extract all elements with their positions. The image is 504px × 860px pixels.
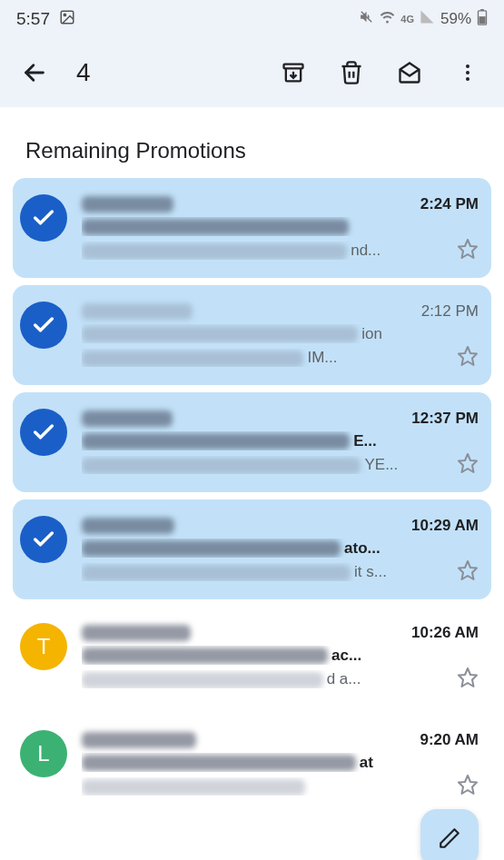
email-time: 10:29 AM xyxy=(411,517,479,535)
email-subject: E... xyxy=(82,431,479,450)
svg-marker-11 xyxy=(459,347,477,365)
star-icon[interactable] xyxy=(457,667,479,692)
email-item[interactable]: T10:26 AMac...d a... xyxy=(13,607,491,707)
svg-rect-6 xyxy=(284,64,303,69)
svg-marker-15 xyxy=(459,776,477,794)
picture-icon xyxy=(59,9,75,30)
battery-icon xyxy=(477,9,488,30)
signal-icon xyxy=(420,9,435,29)
email-time: 2:12 PM xyxy=(421,302,479,321)
selected-check-avatar[interactable] xyxy=(20,194,67,242)
email-time: 9:20 AM xyxy=(420,731,479,749)
star-icon[interactable] xyxy=(457,559,479,585)
svg-marker-14 xyxy=(459,668,477,687)
archive-button[interactable] xyxy=(268,47,319,98)
svg-rect-4 xyxy=(479,16,485,24)
email-time: 2:24 PM xyxy=(420,195,479,213)
back-button[interactable] xyxy=(16,54,53,91)
email-item[interactable]: 12:37 PME...YE... xyxy=(13,392,491,492)
network-label: 4G xyxy=(400,14,414,25)
email-item[interactable]: L9:20 AMat xyxy=(13,714,491,814)
email-item[interactable]: 2:12 PMionIM... xyxy=(13,285,491,385)
status-time: 5:57 xyxy=(16,9,50,29)
sender-avatar[interactable]: T xyxy=(20,623,67,670)
svg-point-7 xyxy=(466,64,469,68)
email-sender xyxy=(82,193,173,213)
sender-avatar[interactable]: L xyxy=(20,730,67,777)
email-item[interactable]: 2:24 PMnd... xyxy=(13,178,491,278)
email-sender xyxy=(82,407,173,428)
selected-check-avatar[interactable] xyxy=(20,409,67,456)
selected-check-avatar[interactable] xyxy=(20,301,67,349)
star-icon[interactable] xyxy=(457,345,479,371)
email-subject: ion xyxy=(82,324,479,343)
email-snippet xyxy=(82,777,448,796)
battery-label: 59% xyxy=(440,10,471,28)
more-button[interactable] xyxy=(442,47,493,98)
selected-check-avatar[interactable] xyxy=(20,516,67,563)
svg-point-9 xyxy=(466,77,469,81)
compose-button[interactable] xyxy=(420,809,479,860)
email-snippet: it s... xyxy=(82,563,448,581)
svg-point-8 xyxy=(466,71,469,74)
mark-read-button[interactable] xyxy=(384,47,435,98)
email-time: 12:37 PM xyxy=(411,410,479,428)
wifi-icon xyxy=(380,9,395,29)
email-snippet: nd... xyxy=(82,242,448,260)
svg-marker-10 xyxy=(459,240,477,258)
email-subject: ato... xyxy=(82,539,479,558)
svg-point-1 xyxy=(64,14,65,15)
star-icon[interactable] xyxy=(457,238,479,263)
svg-rect-3 xyxy=(480,9,484,11)
email-snippet: d a... xyxy=(82,670,448,688)
email-subject: ac... xyxy=(82,646,479,665)
email-sender xyxy=(82,300,193,321)
email-snippet: IM... xyxy=(82,349,448,367)
selection-toolbar: 4 xyxy=(0,38,504,107)
section-header: Remaining Promotions xyxy=(0,107,504,178)
email-sender xyxy=(82,621,191,642)
email-item[interactable]: 10:29 AMato...it s... xyxy=(13,499,491,599)
mute-icon xyxy=(359,9,374,29)
email-sender xyxy=(82,514,174,535)
email-subject: at xyxy=(82,753,479,772)
status-bar: 5:57 4G 59% xyxy=(0,0,504,38)
selection-count: 4 xyxy=(76,58,261,87)
email-time: 10:26 AM xyxy=(411,624,479,642)
email-sender xyxy=(82,728,196,749)
delete-button[interactable] xyxy=(326,47,377,98)
email-list: 2:24 PMnd...2:12 PMionIM...12:37 PME...Y… xyxy=(0,178,504,814)
email-subject xyxy=(82,217,479,236)
svg-marker-12 xyxy=(459,454,477,472)
star-icon[interactable] xyxy=(457,774,479,799)
email-snippet: YE... xyxy=(82,456,448,474)
svg-marker-13 xyxy=(459,561,477,579)
star-icon[interactable] xyxy=(457,452,479,478)
